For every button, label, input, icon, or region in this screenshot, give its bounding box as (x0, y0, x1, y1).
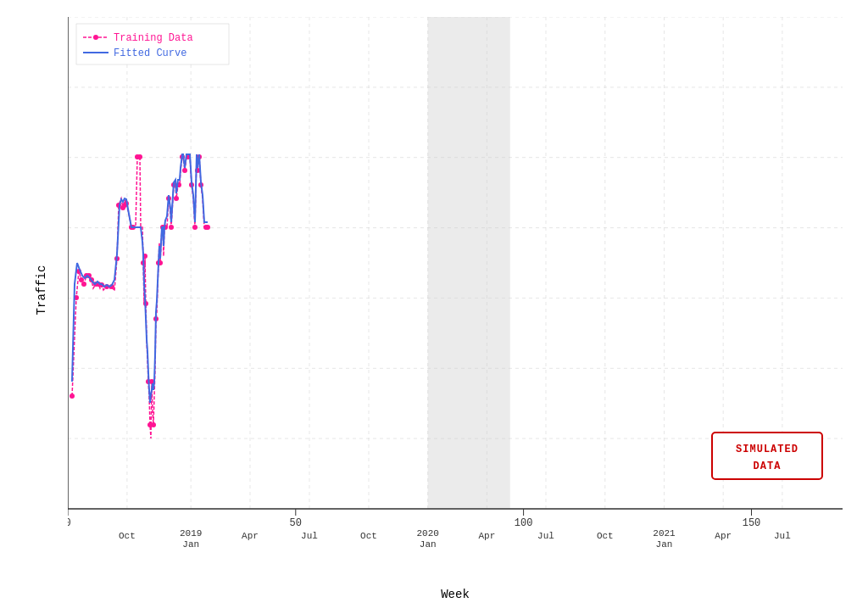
legend-training-dot (93, 35, 98, 40)
svg-text:2020: 2020 (416, 528, 438, 539)
svg-point-55 (79, 277, 84, 282)
svg-text:Jan: Jan (182, 539, 199, 550)
svg-text:Jan: Jan (656, 539, 673, 550)
svg-point-95 (192, 225, 198, 230)
svg-text:2021: 2021 (653, 528, 676, 539)
shaded-region (428, 17, 510, 509)
training-data-line (72, 157, 208, 438)
x-axis-label: Week (441, 588, 470, 601)
legend-training-label: Training Data (114, 32, 193, 44)
svg-text:Jan: Jan (420, 539, 437, 550)
svg-text:150: 150 (743, 517, 761, 529)
svg-text:50: 50 (290, 517, 302, 529)
svg-point-89 (174, 196, 179, 201)
y-axis-label: Traffic (35, 265, 48, 315)
svg-text:Apr: Apr (715, 531, 732, 541)
svg-point-73 (137, 154, 142, 159)
svg-text:Oct: Oct (597, 531, 614, 541)
svg-text:Jul: Jul (774, 531, 791, 541)
svg-point-87 (169, 225, 174, 230)
svg-text:0: 0 (68, 517, 71, 529)
svg-text:Oct: Oct (360, 531, 377, 541)
svg-text:Jul: Jul (301, 531, 318, 541)
legend-fitted-label: Fitted Curve (114, 47, 186, 59)
svg-text:2019: 2019 (180, 528, 202, 539)
svg-text:Jul: Jul (537, 531, 554, 541)
svg-point-56 (81, 282, 86, 287)
svg-text:Oct: Oct (119, 531, 136, 541)
svg-point-92 (182, 168, 187, 173)
svg-text:100: 100 (515, 517, 533, 529)
simulated-badge-text-2: DATA (754, 460, 782, 472)
svg-point-80 (151, 422, 156, 427)
svg-text:Apr: Apr (478, 531, 495, 541)
svg-text:Apr: Apr (242, 531, 259, 541)
svg-point-52 (70, 394, 75, 399)
svg-point-100 (205, 225, 210, 230)
chart-area: Traffic Week text { font-family: 'Courie… (68, 17, 843, 563)
chart-container: Traffic Week text { font-family: 'Courie… (0, 0, 868, 614)
simulated-badge-text-1: SIMULATED (736, 444, 798, 455)
